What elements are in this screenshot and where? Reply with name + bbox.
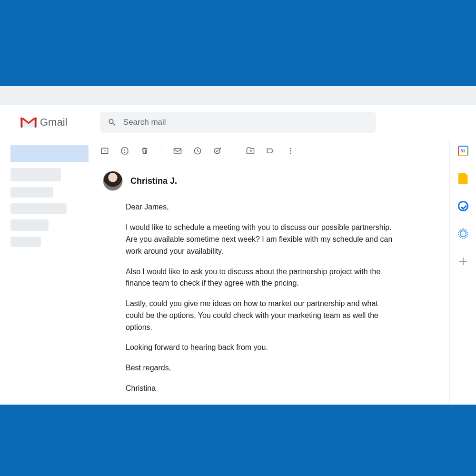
- avatar[interactable]: [103, 171, 123, 191]
- email-paragraph: Lastly, could you give me ideas on how t…: [126, 298, 398, 333]
- move-to-icon[interactable]: [246, 146, 255, 156]
- svg-point-6: [124, 152, 125, 152]
- email-greeting: Dear James,: [126, 201, 398, 213]
- plus-icon: [458, 257, 468, 266]
- search-icon: [108, 118, 117, 127]
- svg-point-16: [290, 152, 291, 154]
- sender-row: Christina J.: [103, 171, 430, 191]
- toolbar-separator: [161, 146, 161, 156]
- sidebar-item[interactable]: [10, 187, 53, 198]
- gmail-app: Gmail: [0, 105, 476, 405]
- header: Gmail: [0, 105, 476, 139]
- main: Christina J. Dear James, I would like to…: [0, 139, 476, 405]
- sender-name: Christina J.: [130, 176, 177, 186]
- gmail-logo-icon: [20, 116, 37, 129]
- email-signature: Christina: [126, 383, 398, 395]
- sidebar-item[interactable]: [10, 219, 49, 231]
- toolbar-separator: [234, 146, 234, 156]
- gmail-logo-text: Gmail: [40, 116, 67, 129]
- tasks-icon: [458, 201, 468, 211]
- email-view: Christina J. Dear James, I would like to…: [93, 162, 449, 405]
- archive-icon[interactable]: [100, 146, 109, 156]
- email-body: Dear James, I would like to schedule a m…: [103, 201, 398, 395]
- search-bar[interactable]: [100, 112, 376, 133]
- email-paragraph: Looking forward to hearing back from you…: [126, 342, 398, 354]
- keep-app-icon[interactable]: [457, 173, 469, 184]
- search-input[interactable]: [123, 118, 368, 127]
- sidebar-item[interactable]: [10, 237, 41, 247]
- add-app-icon[interactable]: [457, 256, 469, 267]
- browser-chrome: [0, 86, 476, 105]
- content: Christina J. Dear James, I would like to…: [93, 139, 449, 405]
- toolbar: [93, 139, 449, 162]
- svg-rect-0: [20, 118, 22, 128]
- side-panel: 31: [449, 139, 476, 405]
- contacts-app-icon[interactable]: [457, 228, 469, 239]
- mark-unread-icon[interactable]: [173, 146, 182, 156]
- sidebar-item[interactable]: [10, 168, 61, 181]
- add-task-icon[interactable]: [213, 146, 222, 156]
- sidebar: [0, 139, 93, 405]
- svg-rect-1: [34, 118, 36, 128]
- email-paragraph: Also I would like to ask you to discuss …: [126, 266, 398, 290]
- delete-icon[interactable]: [140, 146, 149, 156]
- gmail-logo[interactable]: Gmail: [20, 116, 90, 129]
- svg-point-14: [290, 148, 291, 149]
- more-icon[interactable]: [286, 146, 295, 156]
- snooze-icon[interactable]: [193, 146, 202, 156]
- svg-rect-9: [174, 149, 181, 153]
- email-paragraph: I would like to schedule a meeting with …: [126, 222, 398, 257]
- labels-icon[interactable]: [266, 146, 275, 156]
- tasks-app-icon[interactable]: [457, 200, 469, 212]
- spam-icon[interactable]: [120, 146, 129, 156]
- sidebar-item[interactable]: [10, 203, 67, 214]
- calendar-app-icon[interactable]: 31: [457, 145, 469, 157]
- svg-point-15: [290, 150, 291, 151]
- calendar-icon: 31: [458, 146, 468, 156]
- sidebar-item-active[interactable]: [10, 145, 89, 162]
- email-closing: Best regards,: [126, 362, 398, 374]
- contacts-icon: [458, 228, 468, 239]
- keep-icon: [458, 173, 468, 184]
